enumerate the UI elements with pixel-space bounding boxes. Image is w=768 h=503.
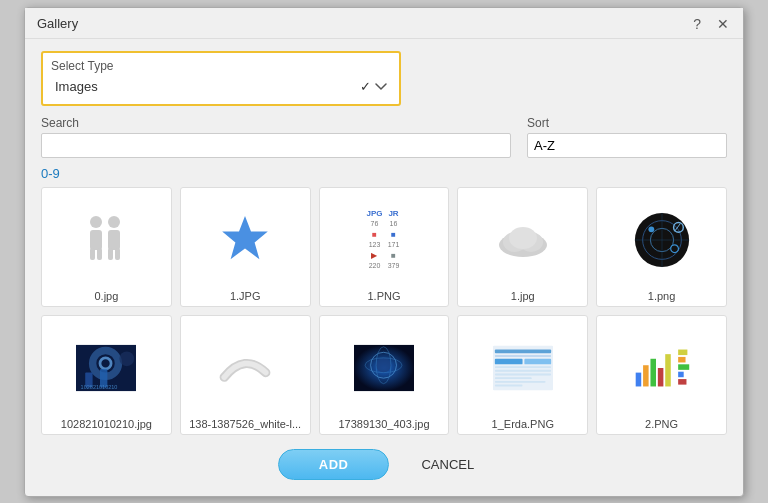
- svg-rect-5: [108, 230, 120, 250]
- item-name: 1.png: [601, 290, 722, 302]
- svg-rect-36: [495, 349, 551, 353]
- svg-rect-40: [495, 366, 551, 368]
- help-button[interactable]: ?: [689, 14, 705, 34]
- search-input[interactable]: [41, 133, 511, 158]
- svg-rect-49: [678, 364, 689, 370]
- list-item[interactable]: 138-1387526_white-l...: [180, 315, 311, 435]
- close-button[interactable]: ✕: [713, 14, 733, 34]
- svg-marker-8: [222, 216, 268, 259]
- list-item[interactable]: 17389130_403.jpg: [319, 315, 450, 435]
- item-name: 1.jpg: [462, 290, 583, 302]
- item-name: 138-1387526_white-l...: [185, 418, 306, 430]
- svg-rect-44: [495, 380, 546, 382]
- svg-rect-38: [495, 358, 523, 364]
- svg-point-4: [108, 216, 120, 228]
- thumbnail: [324, 322, 445, 414]
- svg-rect-3: [97, 248, 102, 260]
- svg-rect-51: [678, 379, 686, 385]
- svg-rect-53: [643, 365, 649, 386]
- svg-rect-6: [108, 248, 113, 260]
- list-item[interactable]: 1.JPG: [180, 187, 311, 307]
- list-item[interactable]: 1.png: [596, 187, 727, 307]
- select-type-section: Select Type Images ✓: [41, 51, 401, 106]
- thumbnail: [185, 322, 306, 414]
- select-type-value: Images: [55, 79, 98, 94]
- dialog-body: Select Type Images ✓ Search Sort 0-9: [25, 39, 743, 480]
- gallery-dialog: Gallery ? ✕ Select Type Images ✓ Search …: [24, 7, 744, 497]
- list-item[interactable]: 2.PNG: [596, 315, 727, 435]
- svg-rect-7: [115, 248, 120, 260]
- section-header: 0-9: [41, 166, 727, 181]
- item-name: 0.jpg: [46, 290, 167, 302]
- svg-point-32: [376, 357, 391, 372]
- svg-text:102821010210: 102821010210: [81, 384, 118, 390]
- item-name: 1.PNG: [324, 290, 445, 302]
- item-name: 17389130_403.jpg: [324, 418, 445, 430]
- svg-rect-50: [678, 371, 684, 377]
- svg-rect-37: [495, 355, 551, 357]
- item-name: 2.PNG: [601, 418, 722, 430]
- titlebar-controls: ? ✕: [689, 14, 733, 34]
- footer: ADD CANCEL: [41, 449, 727, 480]
- item-name: 102821010210.jpg: [46, 418, 167, 430]
- thumbnail: [601, 194, 722, 286]
- svg-rect-45: [495, 384, 523, 386]
- search-group: Search: [41, 116, 511, 158]
- item-name: 1_Erda.PNG: [462, 418, 583, 430]
- svg-rect-1: [90, 230, 102, 250]
- svg-rect-56: [665, 354, 671, 386]
- cancel-button[interactable]: CANCEL: [405, 450, 490, 479]
- svg-point-0: [90, 216, 102, 228]
- list-item[interactable]: 102821010210 102821010210.jpg: [41, 315, 172, 435]
- svg-point-27: [120, 351, 135, 366]
- chevron-down-icon: ✓: [360, 79, 387, 94]
- svg-rect-47: [678, 349, 687, 355]
- svg-rect-2: [90, 248, 95, 260]
- svg-rect-42: [495, 373, 551, 375]
- sort-group: Sort: [527, 116, 727, 158]
- list-item[interactable]: JPG 76 ■ 123 ▶ 220 JR 16 ■ 171 ■: [319, 187, 450, 307]
- svg-rect-54: [650, 358, 656, 386]
- thumbnail: [462, 322, 583, 414]
- svg-rect-55: [657, 368, 663, 386]
- sort-input[interactable]: [527, 133, 727, 158]
- sort-label: Sort: [527, 116, 727, 130]
- svg-rect-43: [495, 377, 532, 379]
- thumbnail: [46, 194, 167, 286]
- svg-point-12: [509, 227, 537, 249]
- titlebar: Gallery ? ✕: [25, 8, 743, 39]
- thumbnail: 102821010210: [46, 322, 167, 414]
- dialog-title: Gallery: [37, 16, 78, 31]
- svg-rect-41: [495, 369, 551, 371]
- select-type-label: Select Type: [51, 59, 391, 73]
- search-sort-row: Search Sort: [41, 116, 727, 158]
- svg-rect-48: [678, 356, 685, 362]
- svg-point-20: [648, 226, 654, 232]
- thumbnail: [601, 322, 722, 414]
- gallery-grid: 0.jpg 1.JPG JPG 76 ■: [41, 187, 727, 435]
- svg-rect-52: [635, 372, 641, 386]
- list-item[interactable]: 1.jpg: [457, 187, 588, 307]
- list-item[interactable]: 0.jpg: [41, 187, 172, 307]
- thumbnail: [462, 194, 583, 286]
- search-label: Search: [41, 116, 511, 130]
- select-type-dropdown[interactable]: Images ✓: [51, 77, 391, 96]
- add-button[interactable]: ADD: [278, 449, 390, 480]
- list-item[interactable]: 1_Erda.PNG: [457, 315, 588, 435]
- thumbnail: JPG 76 ■ 123 ▶ 220 JR 16 ■ 171 ■: [324, 194, 445, 286]
- thumbnail: [185, 194, 306, 286]
- svg-rect-39: [524, 358, 551, 364]
- item-name: 1.JPG: [185, 290, 306, 302]
